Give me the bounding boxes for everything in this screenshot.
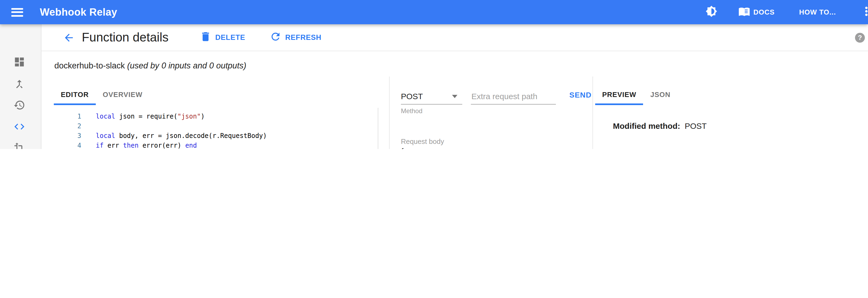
- delete-label: DELETE: [215, 33, 245, 42]
- docs-book-icon: [738, 5, 750, 19]
- sidebar-item-merge-icon[interactable]: [13, 78, 25, 90]
- modified-method-line: Modified method: POST: [613, 121, 707, 130]
- brightness-toggle-button[interactable]: [706, 0, 717, 24]
- method-select-underline: [401, 104, 462, 105]
- page-title: Function details: [82, 24, 168, 51]
- editor-tab-bar: EDITOROVERVIEW: [54, 83, 149, 105]
- request-preview-divider: [592, 77, 593, 149]
- request-body-line: {: [401, 146, 590, 149]
- method-label: Method: [401, 107, 423, 115]
- sidebar-item-dashboard-icon[interactable]: [13, 56, 25, 68]
- code-text: [96, 121, 99, 131]
- code-editor[interactable]: 1local json = require("json")2 3local bo…: [52, 112, 378, 149]
- help-circle-icon[interactable]: ?: [854, 32, 866, 44]
- tab-json[interactable]: JSON: [643, 83, 678, 105]
- preview-tab-bar: PREVIEWJSON: [595, 83, 678, 105]
- code-line[interactable]: 2: [52, 121, 378, 131]
- send-button[interactable]: SEND: [569, 90, 592, 99]
- overflow-menu-button[interactable]: [861, 0, 868, 24]
- chevron-down-icon[interactable]: [452, 95, 457, 98]
- tab-overview[interactable]: OVERVIEW: [96, 83, 150, 105]
- how-to-label: HOW TO...: [799, 8, 836, 16]
- code-text: local json = require("json"): [96, 112, 205, 121]
- extra-request-path-input[interactable]: Extra request path: [471, 91, 537, 101]
- trash-icon: [199, 31, 212, 44]
- back-arrow-icon[interactable]: [63, 32, 75, 44]
- modified-method-label: Modified method:: [613, 121, 680, 130]
- svg-text:?: ?: [858, 34, 862, 41]
- editor-scrollbar-track: [378, 108, 378, 149]
- app-bar: Webhook Relay DOCS HOW TO...: [0, 0, 868, 24]
- refresh-button[interactable]: REFRESH: [270, 24, 321, 51]
- line-number: 1: [52, 112, 81, 121]
- brightness-icon: [706, 5, 717, 19]
- code-text: if err then error(err) end: [96, 141, 197, 149]
- code-line[interactable]: 1local json = require("json"): [52, 112, 378, 121]
- editor-request-divider: [389, 77, 390, 149]
- sidebar-item-transform-icon[interactable]: [13, 142, 25, 149]
- refresh-label: REFRESH: [285, 33, 321, 42]
- sidebar-nav: [0, 24, 41, 149]
- app-title: Webhook Relay: [40, 0, 117, 24]
- line-number: 2: [52, 121, 81, 131]
- docs-button[interactable]: DOCS: [738, 0, 775, 24]
- how-to-button[interactable]: HOW TO...: [799, 0, 836, 24]
- code-text: local body, err = json.decode(r.RequestB…: [96, 131, 267, 141]
- line-number: 3: [52, 131, 81, 141]
- function-usage-note: (used by 0 inputs and 0 outputs): [127, 61, 246, 70]
- modified-method-value: POST: [685, 121, 707, 130]
- sidebar-item-history-icon[interactable]: [13, 99, 25, 111]
- function-toolbar: Function details DELETE REFRESH ?: [41, 24, 868, 51]
- webhook-relay-app: Webhook Relay DOCS HOW TO... Function de…: [0, 0, 868, 149]
- code-line[interactable]: 4if err then error(err) end: [52, 141, 378, 149]
- kebab-menu-icon: [861, 5, 868, 19]
- menu-hamburger-icon[interactable]: [11, 8, 23, 17]
- request-body-label: Request body: [401, 137, 444, 145]
- tab-preview[interactable]: PREVIEW: [595, 83, 643, 105]
- path-input-underline: [471, 104, 556, 105]
- request-body-editor[interactable]: { "push_data": { "pushed_at": 1582839308…: [401, 146, 590, 149]
- docs-label: DOCS: [753, 8, 775, 16]
- delete-button[interactable]: DELETE: [199, 24, 245, 51]
- function-name: dockerhub-to-slack: [54, 61, 127, 70]
- sidebar-item-code-icon[interactable]: [13, 121, 25, 133]
- line-number: 4: [52, 141, 81, 149]
- refresh-icon: [270, 31, 281, 44]
- tab-editor[interactable]: EDITOR: [54, 83, 96, 105]
- function-name-header: dockerhub-to-slack (used by 0 inputs and…: [54, 61, 246, 71]
- code-line[interactable]: 3local body, err = json.decode(r.Request…: [52, 131, 378, 141]
